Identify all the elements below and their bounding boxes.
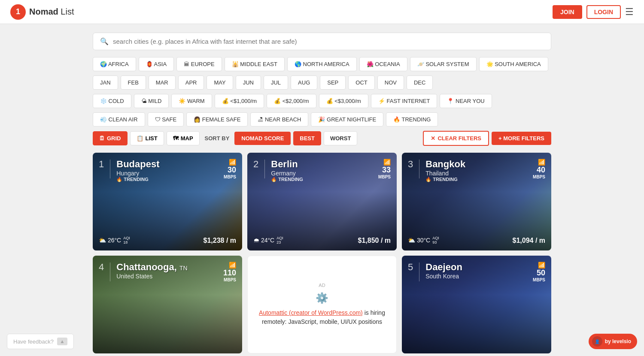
ad-label: AD <box>319 283 325 288</box>
city-country: Hungary <box>116 170 159 177</box>
menu-button[interactable]: ☰ <box>625 6 634 18</box>
city-badge: 🔥 TRENDING <box>116 177 159 182</box>
nomad-score-button[interactable]: NOMAD SCORE <box>234 132 291 145</box>
month-filter-btn[interactable]: AUG <box>291 75 317 90</box>
levels-badge[interactable]: 👤 by levelsio <box>589 334 637 349</box>
city-weather: ⛅ 26°C AQI18 <box>99 236 130 244</box>
extra-filter-btn[interactable]: 🔥 TRENDING <box>386 112 438 127</box>
cost-filter-btn[interactable]: 💰 <$3,000/m <box>319 94 368 108</box>
city-name: Daejeon <box>425 262 462 273</box>
city-name: Chattanooga, TN <box>116 262 187 273</box>
extra-filter-row: 💨 CLEAN AIR🛡 SAFE👩 FEMALE SAFE🏖 NEAR BEA… <box>93 112 551 127</box>
climate-filter-btn[interactable]: ❄️ COLD <box>93 94 131 108</box>
city-rank: 3 <box>408 159 413 170</box>
month-filter-btn[interactable]: DEC <box>407 75 433 90</box>
region-filter-btn[interactable]: 🌟 SOUTH AMERICA <box>479 57 548 71</box>
city-cost: $1,238 / m <box>204 237 237 244</box>
month-filter-btn[interactable]: MAR <box>149 75 176 90</box>
city-card-chattanooga[interactable]: 4 Chattanooga, TN United States 📶 110 MB… <box>93 256 242 353</box>
city-name: Bangkok <box>425 159 465 170</box>
extra-filter-btn[interactable]: 🎉 GREAT NIGHTLIFE <box>311 112 383 127</box>
city-wifi: 📶 33 MBPS <box>378 159 391 179</box>
region-filter-row: 🌍 AFRICA🏮 ASIA🏛 EUROPE🕌 MIDDLE EAST🌎 NOR… <box>93 57 551 71</box>
best-button[interactable]: BEST <box>293 131 321 145</box>
city-grid: 1 Budapest Hungary 🔥 TRENDING 📶 30 MBPS <box>93 153 551 353</box>
region-filter-btn[interactable]: 🕌 MIDDLE EAST <box>225 57 285 71</box>
grid-button[interactable]: 🗓 GRID <box>93 131 128 145</box>
city-cost: $1,094 / m <box>513 237 546 244</box>
region-filter-btn[interactable]: 🏛 EUROPE <box>176 57 222 71</box>
main-content: 🔍 🌍 AFRICA🏮 ASIA🏛 EUROPE🕌 MIDDLE EAST🌎 N… <box>86 24 558 356</box>
month-filter-btn[interactable]: OCT <box>348 75 374 90</box>
feedback-arrow: ▲ <box>57 338 67 345</box>
levels-avatar: 👤 <box>592 336 602 347</box>
extra-filter-btn[interactable]: 💨 CLEAN AIR <box>93 112 145 127</box>
ad-link[interactable]: Automattic (creator of WordPress.com) <box>259 309 363 316</box>
climate-filter-btn[interactable]: ☀️ WARM <box>171 94 212 108</box>
region-filter-btn[interactable]: 🌍 AFRICA <box>93 57 136 71</box>
region-filter-btn[interactable]: 🏮 ASIA <box>139 57 174 71</box>
month-filter-btn[interactable]: MAY <box>207 75 233 90</box>
city-wifi: 📶 50 MBPS <box>533 262 545 282</box>
month-filter-btn[interactable]: SEP <box>320 75 346 90</box>
ad-card: AD ⚙️ Automattic (creator of WordPress.c… <box>247 256 397 353</box>
month-filter-btn[interactable]: JUN <box>236 75 261 90</box>
month-filter-btn[interactable]: FEB <box>121 75 146 90</box>
extra-filter-btn[interactable]: 🛡 SAFE <box>148 112 184 127</box>
city-rank: 4 <box>99 262 104 273</box>
cost-filter-btn[interactable]: 💰 <$2,000/m <box>267 94 316 108</box>
search-input[interactable] <box>113 38 544 45</box>
region-filter-btn[interactable]: 🌎 NORTH AMERICA <box>287 57 357 71</box>
month-filter-btn[interactable]: JUL <box>264 75 288 90</box>
logo-text: Nomad List <box>29 7 74 17</box>
logo[interactable]: 1 Nomad List <box>10 4 74 20</box>
header: 1 Nomad List JOIN LOGIN ☰ <box>0 0 644 24</box>
city-rank: 2 <box>253 159 258 170</box>
special-filter-btn[interactable]: ⚡ FAST INTERNET <box>371 94 437 108</box>
city-country: Thailand <box>425 170 465 177</box>
view-controls: 🗓 GRID 📋 LIST 🗺 MAP SORT BY NOMAD SCORE … <box>93 131 551 146</box>
city-card-berlin[interactable]: 2 Berlin Germany 🔥 TRENDING 📶 33 MBPS <box>247 153 397 250</box>
levels-label: by levelsio <box>605 338 631 344</box>
list-button[interactable]: 📋 LIST <box>130 131 164 145</box>
feedback-bar[interactable]: Have feedback? ▲ <box>7 334 74 349</box>
login-button[interactable]: LOGIN <box>586 5 621 19</box>
more-filters-button[interactable]: + MORE FILTERS <box>492 132 551 145</box>
logo-icon: 1 <box>10 4 26 20</box>
region-filter-btn[interactable]: 🪐 SOLAR SYSTEM <box>410 57 477 71</box>
city-rank: 1 <box>99 159 104 170</box>
climate-filter-btn[interactable]: 🌤 MILD <box>134 94 169 108</box>
special-filter-btn[interactable]: 📍 NEAR YOU <box>440 94 492 108</box>
month-filter-btn[interactable]: NOV <box>377 75 404 90</box>
map-button[interactable]: 🗺 MAP <box>167 131 200 145</box>
extra-filter-btn[interactable]: 🏖 NEAR BEACH <box>250 112 308 127</box>
city-weather: ⛅ 30°C AQI93 <box>408 236 439 244</box>
search-icon: 🔍 <box>100 37 109 45</box>
month-filter-row: JANFEBMARAPRMAYJUNJULAUGSEPOCTNOVDEC <box>93 75 551 90</box>
city-country: United States <box>116 273 187 280</box>
region-filter-btn[interactable]: 🌺 OCEANIA <box>359 57 407 71</box>
city-weather: 🌧 24°C AQI23 <box>253 236 283 244</box>
month-filter-btn[interactable]: APR <box>178 75 204 90</box>
join-button[interactable]: JOIN <box>553 5 582 19</box>
search-bar: 🔍 <box>93 33 551 50</box>
city-rank: 5 <box>408 262 413 273</box>
extra-filter-btn[interactable]: 👩 FEMALE SAFE <box>186 112 248 127</box>
city-card-budapest[interactable]: 1 Budapest Hungary 🔥 TRENDING 📶 30 MBPS <box>93 153 242 250</box>
city-wifi: 📶 30 MBPS <box>224 159 236 179</box>
city-badge: 🔥 TRENDING <box>271 177 303 182</box>
city-cost: $1,850 / m <box>358 237 391 244</box>
worst-button[interactable]: WORST <box>324 131 357 145</box>
city-name: Budapest <box>116 159 159 170</box>
city-country: South Korea <box>425 273 462 280</box>
city-name: Berlin <box>271 159 303 170</box>
ad-text: Automattic (creator of WordPress.com) is… <box>256 308 388 326</box>
cost-filter-btn[interactable]: 💰 <$1,000/m <box>215 94 264 108</box>
city-card-daejeon[interactable]: 5 Daejeon South Korea 📶 50 MBPS <box>402 256 551 353</box>
sort-label: SORT BY <box>202 132 232 145</box>
month-filter-btn[interactable]: JAN <box>93 75 118 90</box>
climate-filter-row: ❄️ COLD🌤 MILD☀️ WARM💰 <$1,000/m💰 <$2,000… <box>93 94 551 108</box>
city-card-bangkok[interactable]: 3 Bangkok Thailand 🔥 TRENDING 📶 40 MBPS <box>402 153 551 250</box>
city-country: Germany <box>271 170 303 177</box>
clear-filters-button[interactable]: ✕ CLEAR FILTERS <box>423 131 489 146</box>
